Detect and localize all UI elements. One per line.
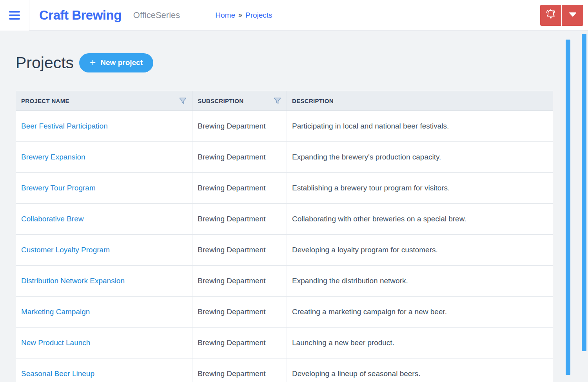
- description-cell: Developing a lineup of seasonal beers.: [287, 358, 553, 382]
- chevron-down-icon: [569, 12, 577, 18]
- project-name-cell: Brewery Expansion: [16, 142, 192, 172]
- new-project-button[interactable]: + New project: [79, 53, 153, 72]
- subscription-cell: Brewing Department: [192, 297, 287, 327]
- project-name-link[interactable]: Brewery Tour Program: [21, 184, 96, 192]
- suite-name: OfficeSeries: [133, 10, 180, 20]
- plus-icon: +: [90, 57, 96, 67]
- subscription-cell: Brewing Department: [192, 328, 287, 358]
- description-cell: Expanding the distribution network.: [287, 266, 553, 296]
- subscription-cell: Brewing Department: [192, 111, 287, 141]
- subscription-cell: Brewing Department: [192, 358, 287, 382]
- table-row: Seasonal Beer Lineup Brewing Department …: [16, 358, 553, 382]
- project-name-link[interactable]: Collaborative Brew: [21, 215, 83, 223]
- project-name-link[interactable]: Customer Loyalty Program: [21, 246, 110, 254]
- table-row: Brewery Tour Program Brewing Department …: [16, 173, 553, 204]
- page-scrollbar-thumb[interactable]: [582, 34, 586, 351]
- subscription-cell: Brewing Department: [192, 235, 287, 265]
- description-cell: Creating a marketing campaign for a new …: [287, 297, 553, 327]
- project-name-cell: Brewery Tour Program: [16, 173, 192, 203]
- project-name-link[interactable]: Seasonal Beer Lineup: [21, 369, 94, 378]
- description-cell: Collaborating with other breweries on a …: [287, 204, 553, 234]
- column-header-label: PROJECT NAME: [21, 98, 69, 104]
- breadcrumb-separator: »: [238, 11, 242, 19]
- table-row: Distribution Network Expansion Brewing D…: [16, 266, 553, 297]
- table-row: Brewery Expansion Brewing Department Exp…: [16, 142, 553, 173]
- page-title: Projects: [16, 53, 74, 72]
- hamburger-menu-icon: [9, 11, 20, 13]
- brand-logo[interactable]: Craft Brewing: [39, 8, 122, 23]
- subscription-cell: Brewing Department: [192, 173, 287, 203]
- project-name-cell: Customer Loyalty Program: [16, 235, 192, 265]
- filter-funnel-icon[interactable]: [179, 98, 187, 104]
- column-header-project-name: PROJECT NAME: [16, 91, 192, 110]
- app-window: Craft Brewing OfficeSeries Home » Projec…: [0, 0, 588, 382]
- projects-table-header: PROJECT NAME SUBSCRIPTION: [16, 91, 553, 111]
- breadcrumb: Home » Projects: [215, 11, 272, 20]
- description-cell: Launching a new beer product.: [287, 328, 553, 358]
- hamburger-menu-icon: [9, 14, 20, 16]
- project-name-cell: Beer Festival Participation: [16, 111, 192, 141]
- new-project-button-label: New project: [100, 58, 143, 67]
- table-row: Customer Loyalty Program Brewing Departm…: [16, 235, 553, 266]
- column-header-subscription: SUBSCRIPTION: [192, 91, 287, 110]
- breadcrumb-current-link[interactable]: Projects: [245, 11, 272, 20]
- projects-table-body: Beer Festival Participation Brewing Depa…: [16, 111, 553, 382]
- column-header-description: DESCRIPTION: [287, 91, 553, 110]
- table-row: Collaborative Brew Brewing Department Co…: [16, 204, 553, 235]
- project-name-link[interactable]: Marketing Campaign: [21, 308, 90, 316]
- hamburger-menu-icon: [9, 18, 20, 20]
- subscription-cell: Brewing Department: [192, 142, 287, 172]
- filter-funnel-icon[interactable]: [274, 98, 281, 104]
- project-name-cell: Marketing Campaign: [16, 297, 192, 327]
- project-name-cell: Seasonal Beer Lineup: [16, 358, 192, 382]
- project-name-link[interactable]: Brewery Expansion: [21, 153, 85, 161]
- table-row: New Product Launch Brewing Department La…: [16, 328, 553, 358]
- project-name-link[interactable]: Distribution Network Expansion: [21, 277, 125, 285]
- projects-table: PROJECT NAME SUBSCRIPTION: [16, 91, 553, 382]
- page-title-row: Projects + New project: [16, 53, 588, 72]
- project-name-cell: New Product Launch: [16, 328, 192, 358]
- hamburger-menu-button[interactable]: [0, 0, 29, 31]
- table-row: Marketing Campaign Brewing Department Cr…: [16, 297, 553, 328]
- subscription-cell: Brewing Department: [192, 204, 287, 234]
- top-navigation-bar: Craft Brewing OfficeSeries Home » Projec…: [0, 0, 588, 31]
- project-name-link[interactable]: New Product Launch: [21, 339, 90, 347]
- account-dropdown-button[interactable]: [562, 5, 583, 26]
- inner-scrollbar-thumb[interactable]: [566, 40, 570, 375]
- breadcrumb-home-link[interactable]: Home: [215, 11, 235, 20]
- description-cell: Participating in local and national beer…: [287, 111, 553, 141]
- subscription-cell: Brewing Department: [192, 266, 287, 296]
- notification-bell-icon: [544, 8, 557, 22]
- description-cell: Establishing a brewery tour program for …: [287, 173, 553, 203]
- notifications-button[interactable]: [540, 5, 562, 26]
- description-cell: Developing a loyalty program for custome…: [287, 235, 553, 265]
- project-name-cell: Distribution Network Expansion: [16, 266, 192, 296]
- column-header-label: DESCRIPTION: [292, 98, 334, 104]
- main-content: Projects + New project PROJECT NAME SUBS…: [0, 31, 588, 382]
- topbar-actions: [540, 5, 583, 26]
- description-cell: Expanding the brewery's production capac…: [287, 142, 553, 172]
- table-row: Beer Festival Participation Brewing Depa…: [16, 111, 553, 142]
- project-name-cell: Collaborative Brew: [16, 204, 192, 234]
- column-header-label: SUBSCRIPTION: [198, 98, 243, 104]
- project-name-link[interactable]: Beer Festival Participation: [21, 122, 108, 130]
